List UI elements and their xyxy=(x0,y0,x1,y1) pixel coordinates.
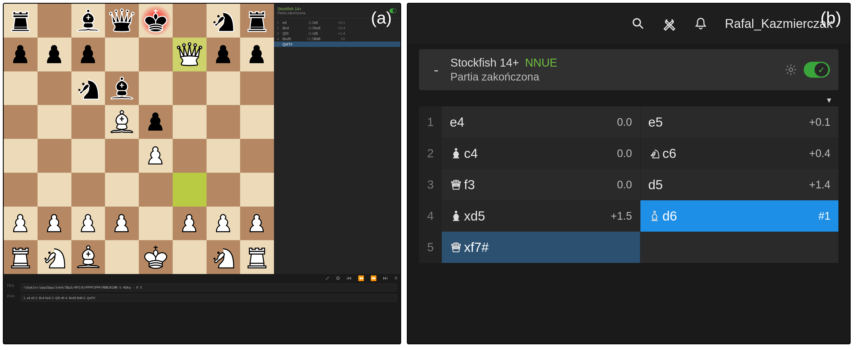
white-queen[interactable] xyxy=(175,39,205,69)
move-list-small[interactable]: 1e40.0e5+0.12Bc40.0Nc6+0.43Qf30.0d5+1.44… xyxy=(274,18,400,274)
black-rook[interactable] xyxy=(6,6,36,36)
engine-toggle[interactable] xyxy=(804,62,830,78)
mini-move-row[interactable]: 3Qf30.0d5+1.4 xyxy=(274,31,400,36)
square-a2[interactable] xyxy=(4,206,37,241)
square-f4[interactable] xyxy=(173,139,207,173)
square-b7[interactable] xyxy=(37,38,71,71)
move-cell[interactable]: d6#1 xyxy=(640,200,839,232)
square-e6[interactable] xyxy=(139,71,173,105)
square-a7[interactable] xyxy=(4,38,37,71)
control-5[interactable]: ⏭ xyxy=(383,275,388,281)
square-d6[interactable] xyxy=(105,71,139,105)
square-h2[interactable] xyxy=(240,206,274,241)
move-cell[interactable]: c6+0.4 xyxy=(640,138,839,169)
username[interactable]: Rafal_Kazmierczak xyxy=(725,17,833,31)
square-g7[interactable] xyxy=(207,38,240,71)
square-g8[interactable] xyxy=(207,4,240,38)
white-rook[interactable] xyxy=(6,242,36,272)
black-knight[interactable] xyxy=(73,73,103,103)
white-pawn[interactable] xyxy=(242,209,272,238)
square-d8[interactable] xyxy=(105,4,139,38)
move-cell[interactable]: xf7# xyxy=(442,232,640,263)
square-b6[interactable] xyxy=(37,71,71,105)
square-f6[interactable] xyxy=(173,71,207,105)
control-4[interactable]: ⏩ xyxy=(370,275,377,281)
challenge-icon[interactable] xyxy=(662,17,677,31)
square-e2[interactable] xyxy=(139,206,173,241)
white-pawn[interactable] xyxy=(6,209,36,238)
square-e7[interactable] xyxy=(139,38,173,71)
square-g2[interactable] xyxy=(207,206,240,241)
black-pawn[interactable] xyxy=(39,39,69,69)
white-pawn[interactable] xyxy=(107,209,137,238)
square-h6[interactable] xyxy=(240,71,274,105)
square-f2[interactable] xyxy=(173,206,207,241)
square-d3[interactable] xyxy=(105,173,139,206)
square-b2[interactable] xyxy=(37,206,71,241)
black-bishop[interactable] xyxy=(73,6,103,36)
square-d5[interactable] xyxy=(105,105,139,139)
square-b8[interactable] xyxy=(37,4,71,38)
move-cell[interactable]: c40.0 xyxy=(442,138,640,169)
square-h4[interactable] xyxy=(240,139,274,173)
square-b3[interactable] xyxy=(37,173,71,206)
square-e3[interactable] xyxy=(139,173,173,206)
square-b4[interactable] xyxy=(37,139,71,173)
white-knight[interactable] xyxy=(209,242,239,272)
collapse-caret-icon[interactable]: ▼ xyxy=(825,96,833,105)
move-cell[interactable]: e5+0.1 xyxy=(640,106,839,138)
black-pawn[interactable] xyxy=(242,39,272,69)
square-c3[interactable] xyxy=(71,173,105,206)
fen-input[interactable]: r1bqk1nr/ppp2Qpp/2nb4/3Bp3/4P3/8/PPPP1PP… xyxy=(21,284,397,291)
square-g5[interactable] xyxy=(207,105,240,139)
search-icon[interactable] xyxy=(631,17,645,31)
square-c5[interactable] xyxy=(71,105,105,139)
white-bishop[interactable] xyxy=(107,107,137,137)
square-h3[interactable] xyxy=(240,173,274,206)
move-cell[interactable]: xd5+1.5 xyxy=(442,200,640,232)
control-1[interactable]: ⚙ xyxy=(336,275,340,281)
move-cell[interactable]: f30.0 xyxy=(442,169,640,200)
control-6[interactable]: ≡ xyxy=(394,275,398,281)
square-b1[interactable] xyxy=(37,240,71,274)
square-e5[interactable] xyxy=(139,105,173,139)
black-knight[interactable] xyxy=(209,6,239,36)
square-a8[interactable] xyxy=(4,4,37,38)
control-0[interactable]: ⤢ xyxy=(325,275,330,281)
control-3[interactable]: ⏪ xyxy=(358,275,364,281)
square-g6[interactable] xyxy=(207,71,240,105)
white-rook[interactable] xyxy=(242,242,272,272)
square-f7[interactable] xyxy=(173,38,207,71)
square-d7[interactable] xyxy=(105,38,139,71)
square-d4[interactable] xyxy=(105,139,139,173)
square-e4[interactable] xyxy=(139,139,173,173)
white-pawn[interactable] xyxy=(39,209,69,238)
black-king[interactable] xyxy=(141,6,171,36)
white-king[interactable] xyxy=(141,242,171,272)
square-e8[interactable] xyxy=(139,4,173,38)
square-g1[interactable] xyxy=(207,240,240,274)
white-pawn[interactable] xyxy=(175,209,205,238)
white-pawn[interactable] xyxy=(209,209,239,238)
square-c8[interactable] xyxy=(71,4,105,38)
gear-icon[interactable] xyxy=(784,63,798,76)
white-pawn[interactable] xyxy=(141,141,171,171)
square-a5[interactable] xyxy=(4,105,37,139)
square-h5[interactable] xyxy=(240,105,274,139)
square-a4[interactable] xyxy=(4,139,37,173)
black-pawn[interactable] xyxy=(209,39,239,69)
square-a6[interactable] xyxy=(4,71,37,105)
black-rook[interactable] xyxy=(242,6,272,36)
mini-move-row[interactable]: 4Bxd5+1.5Bd6#1 xyxy=(274,36,400,41)
square-d1[interactable] xyxy=(105,240,139,274)
pgn-input[interactable]: 1. e4 e5 2. Bc4 Nc6 3. Qf3 d5 4. Bxd5 Bd… xyxy=(21,294,397,301)
black-queen[interactable] xyxy=(107,6,137,36)
black-pawn[interactable] xyxy=(141,107,171,137)
square-f3[interactable] xyxy=(173,173,207,206)
square-c6[interactable] xyxy=(71,71,105,105)
square-g3[interactable] xyxy=(207,173,240,206)
square-h1[interactable] xyxy=(240,240,274,274)
move-cell[interactable]: d5+1.4 xyxy=(640,169,839,200)
control-2[interactable]: ⏮ xyxy=(346,275,352,281)
square-c4[interactable] xyxy=(71,139,105,173)
